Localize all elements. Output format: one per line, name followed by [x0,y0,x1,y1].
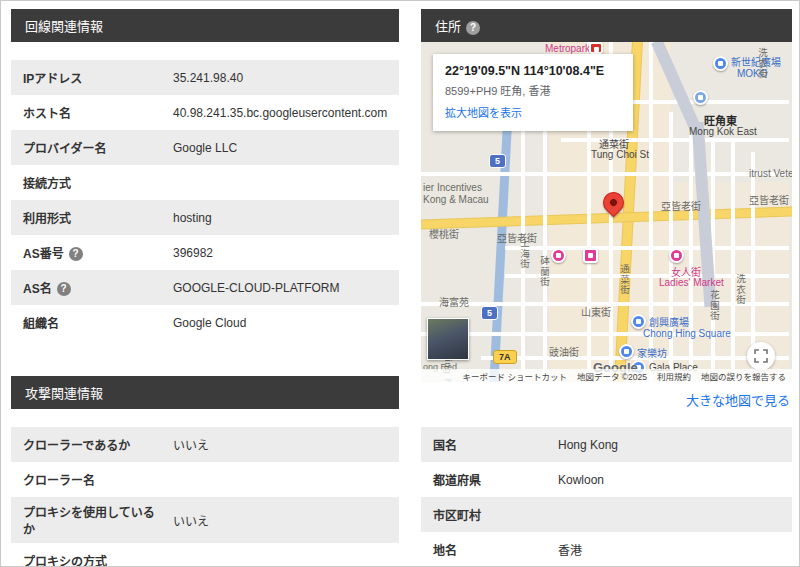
langham-place-icon [583,248,598,263]
map-street [421,172,789,176]
map-label: itrust Veteri [749,168,792,179]
street-view-thumbnail[interactable] [427,318,469,360]
map-label: Metropark [545,43,590,54]
table-row: 地名 香港 [421,532,792,567]
map-street [561,138,789,142]
row-label: ホスト名 [11,98,169,127]
row-label: クローラーであるか [11,430,169,459]
address-header-text: 住所 [435,19,461,34]
map-label: 創興廣場 [649,314,689,329]
map-label: 豉油街 [549,344,579,359]
row-value: Kowloon [554,467,792,493]
row-value: いいえ [169,430,399,459]
map-label: Mong Kok East [689,126,757,137]
row-label: プロバイダー名 [11,133,169,162]
line-info-table: IPアドレス 35.241.98.40 ホスト名 40.98.241.35.bc… [11,60,399,340]
row-value: いいえ [169,506,399,535]
row-value: Hong Kong [554,432,792,458]
row-value: Google Cloud [169,310,399,336]
row-value [169,474,399,486]
map-street [731,142,735,382]
left-column: 回線関連情報 IPアドレス 35.241.98.40 ホスト名 40.98.24… [11,9,399,567]
station-icon [693,90,708,105]
shopping-icon [551,248,566,263]
address-section: 住所? [421,9,792,567]
view-larger-map: 大きな地図で見る [421,382,792,411]
table-row: 接続方式 [11,165,399,200]
attack-info-section: 攻撃関連情報 クローラーであるか いいえ クローラー名 プロキシを使用しているか… [11,376,399,567]
table-row: クローラーであるか いいえ [11,427,399,462]
keyboard-shortcuts-link[interactable]: キーボード ショートカット [463,370,567,382]
map-street [421,332,789,336]
map-label: 家樂坊 [637,345,667,360]
row-value: hosting [169,205,399,231]
map-label: Tung Choi St [591,149,649,160]
row-label: 市区町村 [421,500,554,529]
help-icon[interactable]: ? [69,247,83,261]
row-label: IPアドレス [11,63,169,92]
mall-icon [713,56,728,71]
table-row: AS名? GOOGLE-CLOUD-PLATFORM [11,270,399,305]
map-label: 亞皆老街 [749,192,789,207]
table-row: 都道府県 Kowloon [421,462,792,497]
help-icon[interactable]: ? [466,21,480,35]
attack-info-header: 攻撃関連情報 [11,376,399,409]
table-row: プロキシの方式 [11,543,399,567]
row-label: 接続方式 [11,168,169,197]
map-label: Kong & Macau [423,194,489,205]
google-map[interactable]: Metropark Mongkok 新世紀廣場 MOKO 旺角東 Mong Ko… [421,42,792,382]
line-info-section: 回線関連情報 IPアドレス 35.241.98.40 ホスト名 40.98.24… [11,9,399,340]
route-shield: 5 [489,154,506,168]
row-label: プロキシを使用しているか [11,497,169,543]
map-label: 洗衣街 [755,48,769,80]
map-street [505,246,789,250]
table-row: ホスト名 40.98.241.35.bc.googleusercontent.c… [11,95,399,130]
view-larger-map-link[interactable]: 大きな地図で見る [686,393,790,408]
fullscreen-button[interactable] [747,342,775,370]
address-table: 国名 Hong Kong 都道府県 Kowloon 市区町村 地名 香港 [421,427,792,567]
map-label: 上海街 [517,238,531,270]
right-column: 住所? [421,9,792,567]
enlarge-map-link[interactable]: 拡大地図を表示 [445,104,522,120]
map-label: 洗衣街 [733,274,747,306]
address-header: 住所? [421,9,792,42]
map-coordinates: 22°19'09.5"N 114°10'08.4"E [445,64,621,78]
table-row: 組織名 Google Cloud [11,305,399,340]
row-label: プロキシの方式 [11,546,169,567]
map-label: 海富苑 [439,294,469,309]
page: 回線関連情報 IPアドレス 35.241.98.40 ホスト名 40.98.24… [0,0,800,567]
table-row: クローラー名 [11,462,399,497]
row-label: 地名 [421,535,554,564]
mall-icon [619,344,634,359]
table-row: プロキシを使用しているか いいえ [11,497,399,543]
map-label: 山東街 [581,304,611,319]
route-shield: 5 [481,306,498,320]
map-data-copyright: 地図データ ©2025 [577,370,647,382]
row-value: Google LLC [169,135,399,161]
terms-link[interactable]: 利用規約 [657,370,691,382]
row-label: 利用形式 [11,203,169,232]
hotel-icon [589,42,603,54]
map-attribution: キーボード ショートカット 地図データ ©2025 利用規約 地図の誤りを報告す… [421,369,792,382]
market-icon [669,248,684,263]
table-row: 国名 Hong Kong [421,427,792,462]
line-info-header: 回線関連情報 [11,9,399,42]
table-row: AS番号? 396982 [11,235,399,270]
row-label-text: AS名 [23,282,52,296]
row-value [169,555,399,567]
mall-icon [631,314,646,329]
row-label: 国名 [421,430,554,459]
row-value: 396982 [169,240,399,266]
map-label: 砵蘭街 [537,256,551,288]
row-label: 組織名 [11,308,169,337]
table-row: プロバイダー名 Google LLC [11,130,399,165]
help-icon[interactable]: ? [57,282,71,296]
table-row: IPアドレス 35.241.98.40 [11,60,399,95]
row-value: 40.98.241.35.bc.googleusercontent.com [169,100,399,126]
row-value [169,177,399,189]
report-error-link[interactable]: 地図の誤りを報告する [701,370,786,382]
row-label-text: AS番号 [23,247,64,261]
row-value: 35.241.98.40 [169,65,399,91]
map-label: ier Incentives [423,182,482,193]
row-label: クローラー名 [11,465,169,494]
